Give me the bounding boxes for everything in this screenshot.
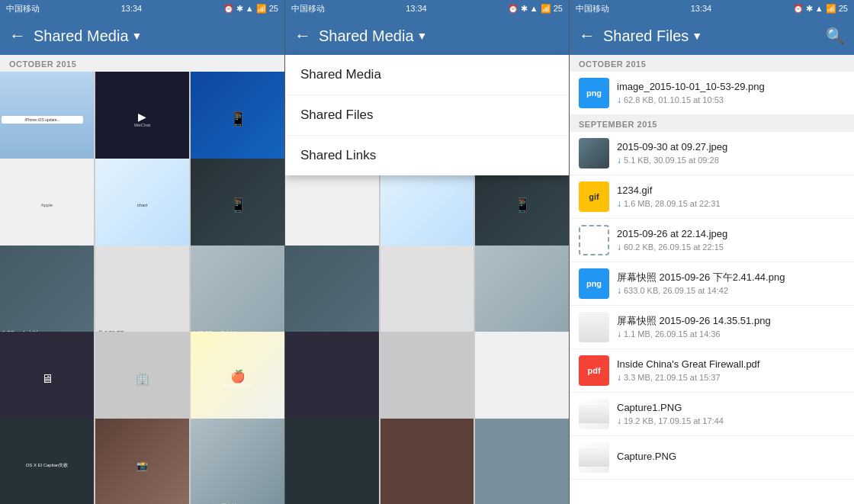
file-name-2: 2015-09-30 at 09.27.jpeg (617, 141, 845, 154)
dropdown-item-shared-links[interactable]: Shared Links (285, 136, 569, 175)
media-thumb-2-9[interactable] (475, 246, 569, 339)
bluetooth-icon-1: ✱ (236, 4, 243, 14)
download-icon-1: ↓ (617, 95, 621, 105)
status-carrier-1: 中国移动 (6, 3, 40, 14)
media-thumb-2-15[interactable] (475, 419, 569, 504)
file-size-3: 1.6 MB, 28.09.15 at 22:31 (624, 199, 721, 208)
media-thumb-13[interactable]: OS X El Capitan失败 项目"页面再试一次。 (0, 419, 94, 504)
file-size-7: 3.3 MB, 21.09.15 at 15:37 (624, 373, 721, 382)
carrier-label-1: 中国移动 (6, 3, 40, 14)
file-info-2: 2015-09-30 at 09.27.jpeg ↓ 5.1 KB, 30.09… (617, 141, 845, 166)
back-button-1[interactable]: ← (9, 26, 26, 46)
file-item-1[interactable]: png image_2015-10-01_10-53-29.png ↓ 62.8… (570, 72, 854, 115)
download-icon-3: ↓ (617, 198, 621, 209)
panel-shared-files: 中国移动 13:34 ⏰ ✱ ▲ 📶 25 ← Shared Files ▼ 🔍… (569, 0, 854, 504)
file-meta-8: ↓ 19.2 KB, 17.09.15 at 17:44 (617, 416, 845, 426)
battery-label-2: 25 (554, 4, 563, 13)
status-icons-1: ⏰ ✱ ▲ 📶 25 (223, 4, 278, 14)
section-label-oct-1: OCTOBER 2015 (0, 55, 284, 72)
media-thumb-3[interactable]: 📱 (191, 72, 284, 165)
media-thumb-12[interactable]: 🍎 OS X El Capitan (191, 332, 284, 425)
file-size-2: 5.1 KB, 30.09.15 at 09:28 (624, 156, 719, 165)
status-carrier-2: 中国移动 (291, 3, 325, 14)
chevron-down-icon-2[interactable]: ▼ (417, 30, 428, 42)
file-size-1: 62.8 KB, 01.10.15 at 10:53 (624, 95, 724, 104)
back-button-3[interactable]: ← (579, 26, 596, 46)
file-info-5: 屏幕快照 2015-09-26 下午2.41.44.png ↓ 633.0 KB… (617, 271, 845, 297)
dropdown-item-shared-files[interactable]: Shared Files (285, 95, 569, 136)
download-icon-4: ↓ (617, 242, 621, 252)
dropdown-menu: Shared Media Shared Files Shared Links (285, 55, 569, 175)
files-list: OCTOBER 2015 png image_2015-10-01_10-53-… (570, 55, 854, 504)
media-thumb-2-8[interactable] (380, 246, 474, 339)
file-meta-6: ↓ 1.1 MB, 26.09.15 at 14:36 (617, 329, 845, 339)
carrier-label-2: 中国移动 (291, 3, 325, 14)
media-thumb-4[interactable]: Apple (0, 159, 94, 252)
media-thumb-2-13[interactable] (285, 419, 379, 504)
download-icon-5: ↓ (617, 285, 621, 296)
media-thumb-2-7[interactable] (285, 246, 379, 339)
file-item-6[interactable]: 屏幕快照 2015-09-26 14.35.51.png ↓ 1.1 MB, 2… (570, 306, 854, 349)
bluetooth-icon-3: ✱ (806, 4, 813, 14)
file-meta-7: ↓ 3.3 MB, 21.09.15 at 15:37 (617, 372, 845, 383)
file-size-4: 60.2 KB, 26.09.15 at 22:15 (624, 242, 724, 252)
media-thumb-2[interactable]: ▶ WeChat (95, 72, 189, 165)
dropdown-item-shared-media[interactable]: Shared Media (285, 55, 569, 95)
file-icon-3: gif (579, 181, 609, 212)
back-button-2[interactable]: ← (294, 26, 311, 46)
status-carrier-3: 中国移动 (576, 3, 609, 14)
alarm-icon-1: ⏰ (223, 4, 234, 14)
file-item-4[interactable]: 2015-09-26 at 22.14.jpeg ↓ 60.2 KB, 26.0… (570, 219, 854, 262)
file-meta-2: ↓ 5.1 KB, 30.09.15 at 09:28 (617, 155, 845, 165)
time-label-3: 13:34 (691, 4, 712, 13)
file-icon-8 (579, 399, 609, 429)
file-item-8[interactable]: Capture1.PNG ↓ 19.2 KB, 17.09.15 at 17:4… (570, 393, 854, 436)
file-item-7[interactable]: pdf Inside China's Great Firewall.pdf ↓ … (570, 349, 854, 393)
file-item-5[interactable]: png 屏幕快照 2015-09-26 下午2.41.44.png ↓ 633.… (570, 262, 854, 306)
file-icon-5: png (579, 268, 609, 299)
status-icons-2: ⏰ ✱ ▲ 📶 25 (508, 4, 563, 14)
media-thumb-9[interactable]: 1.79 GB — 3 分钟 (191, 246, 284, 339)
chevron-down-icon-1[interactable]: ▼ (132, 30, 143, 42)
media-thumb-2-11[interactable] (380, 332, 474, 425)
file-item-9[interactable]: Capture.PNG (570, 436, 854, 480)
bluetooth-icon-2: ✱ (521, 4, 528, 14)
title-1: Shared Media ▼ (34, 27, 275, 45)
media-thumb-14[interactable]: 📸 (95, 419, 189, 504)
file-item-2[interactable]: 2015-09-30 at 09.27.jpeg ↓ 5.1 KB, 30.09… (570, 132, 854, 175)
alarm-icon-2: ⏰ (508, 4, 518, 14)
panel-shared-media-dropdown: 中国移动 13:34 ⏰ ✱ ▲ 📶 25 ← Shared Media ▼ O… (284, 0, 569, 504)
chevron-down-icon-3[interactable]: ▼ (692, 30, 702, 42)
media-thumb-2-14[interactable] (380, 419, 474, 504)
media-thumb-8[interactable]: 共 6.08 GB (95, 246, 189, 339)
media-thumb-15[interactable]: 1.79 GB — 正在计 (191, 419, 284, 504)
time-label-2: 13:34 (406, 4, 427, 13)
title-3: Shared Files ▼ (603, 27, 826, 45)
media-thumb-7[interactable]: 8 GB — 1 小时 (0, 246, 94, 339)
file-info-6: 屏幕快照 2015-09-26 14.35.51.png ↓ 1.1 MB, 2… (617, 315, 845, 340)
file-name-4: 2015-09-26 at 22.14.jpeg (617, 228, 845, 241)
file-info-4: 2015-09-26 at 22.14.jpeg ↓ 60.2 KB, 26.0… (617, 228, 845, 253)
media-thumb-5[interactable]: chart (95, 159, 189, 252)
file-name-5: 屏幕快照 2015-09-26 下午2.41.44.png (617, 271, 845, 284)
file-item-3[interactable]: gif 1234.gif ↓ 1.6 MB, 28.09.15 at 22:31 (570, 175, 854, 219)
file-name-6: 屏幕快照 2015-09-26 14.35.51.png (617, 315, 845, 328)
media-thumb-2-12[interactable] (475, 332, 569, 425)
media-thumb-10[interactable]: 🖥 (0, 332, 94, 425)
section-label-sep-files: SEPTEMBER 2015 (570, 115, 854, 132)
media-thumb-11[interactable]: 🏢 (95, 332, 189, 425)
media-thumb-2-10[interactable] (285, 332, 379, 425)
section-label-oct-files: OCTOBER 2015 (570, 55, 854, 72)
file-name-1: image_2015-10-01_10-53-29.png (617, 81, 845, 94)
alarm-icon-3: ⏰ (793, 4, 804, 14)
download-icon-2: ↓ (617, 155, 621, 165)
search-icon-3[interactable]: 🔍 (826, 27, 845, 45)
signal-icon-2: 📶 (541, 4, 551, 14)
title-2: Shared Media ▼ (319, 27, 560, 45)
file-name-3: 1234.gif (617, 185, 845, 197)
media-thumb-1[interactable]: iPhone iOS update... (0, 72, 94, 165)
download-icon-6: ↓ (617, 329, 621, 339)
file-info-1: image_2015-10-01_10-53-29.png ↓ 62.8 KB,… (617, 81, 845, 106)
media-thumb-6[interactable]: 📱 (191, 159, 284, 252)
file-icon-2 (579, 138, 609, 169)
